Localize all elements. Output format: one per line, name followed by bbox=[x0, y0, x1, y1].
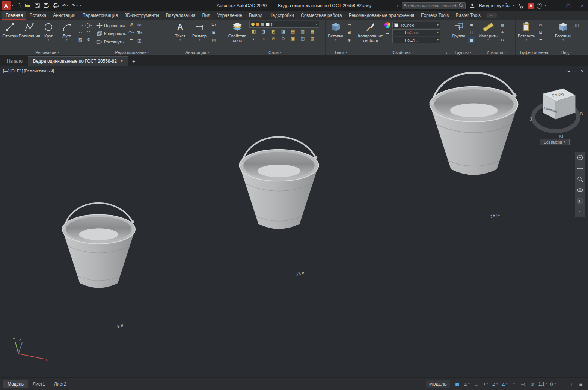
layer-select-combo[interactable]: 0 ▾ bbox=[249, 21, 319, 28]
redo-button[interactable]: ↷ ▾ bbox=[71, 2, 79, 10]
array-tool-icon[interactable]: ⊞▾ bbox=[136, 30, 143, 36]
tab-parametric[interactable]: Параметризация bbox=[79, 11, 121, 20]
layer-lock-icon[interactable] bbox=[261, 22, 264, 26]
customize-plus-icon[interactable]: + bbox=[558, 380, 566, 388]
tab-insert[interactable]: Вставка bbox=[26, 11, 50, 20]
bucket-12l[interactable] bbox=[235, 129, 323, 237]
line-button[interactable]: Отрезок bbox=[2, 21, 19, 49]
showmotion-icon[interactable] bbox=[576, 197, 584, 205]
leader-tool-icon[interactable]: ↳▾ bbox=[210, 22, 217, 28]
group-button[interactable]: Группа bbox=[451, 21, 467, 49]
bucket-9l[interactable] bbox=[59, 196, 139, 295]
polyline-button[interactable]: Полилиния bbox=[20, 21, 39, 49]
save-as-button[interactable] bbox=[42, 2, 51, 10]
viewport-tool-icon[interactable]: ◫ bbox=[573, 22, 580, 28]
panel-label-groups[interactable]: Группы ▾ bbox=[449, 49, 477, 56]
block-attributes-tool-icon[interactable]: ◈ bbox=[345, 37, 353, 43]
named-view-button[interactable]: Без имени ▾ bbox=[540, 139, 570, 145]
measure-button[interactable]: Измерить ▾ bbox=[479, 21, 498, 49]
hatch-tool-icon[interactable]: ▨ bbox=[77, 36, 84, 43]
panel-label-modify[interactable]: Редактирование ▾ bbox=[95, 49, 170, 56]
layer-tool-icon[interactable]: ◩ bbox=[269, 28, 278, 35]
text-button[interactable]: А Текст ▾ bbox=[172, 21, 189, 49]
maximize-button[interactable]: ▢ bbox=[563, 0, 574, 11]
group-edit-tool-icon[interactable]: ◻ bbox=[468, 29, 475, 36]
region-tool-icon[interactable]: ▱ bbox=[77, 29, 84, 36]
bucket-15l[interactable] bbox=[425, 66, 522, 183]
base-view-button[interactable]: Базовый ▾ bbox=[555, 21, 572, 49]
caret-icon[interactable]: ▾ bbox=[67, 4, 68, 7]
viewcube[interactable]: Сверху Спереди З В Ю bbox=[529, 82, 585, 142]
spline-tool-icon[interactable]: ◠ bbox=[85, 29, 92, 36]
cart-icon[interactable] bbox=[517, 2, 525, 10]
panel-label-view[interactable]: Вид ▾ bbox=[553, 49, 580, 56]
dialog-launcher-icon[interactable]: ↘ bbox=[445, 51, 448, 54]
help-caret-icon[interactable]: ▾ bbox=[545, 4, 546, 7]
insert-block-button[interactable]: Вставка ▾ bbox=[327, 21, 344, 49]
appstore-icon[interactable]: A bbox=[528, 3, 534, 9]
viewcube-west-label[interactable]: З bbox=[529, 117, 532, 122]
layer-tool-icon[interactable]: ⊘ bbox=[269, 36, 278, 42]
app-menu-caret-icon[interactable]: ▾ bbox=[12, 4, 13, 7]
rotate-tool-icon[interactable]: ↺ bbox=[127, 22, 135, 28]
navigation-wheel-icon[interactable] bbox=[576, 154, 584, 161]
tab-annotate[interactable]: Аннотации bbox=[50, 11, 79, 20]
layer-tool-icon[interactable]: ◧ bbox=[249, 28, 258, 35]
layer-tool-icon[interactable]: ▥ bbox=[298, 28, 307, 35]
workspace-gear-icon[interactable]: ⚙▾ bbox=[549, 380, 557, 388]
isodraft-icon[interactable]: ⊿▾ bbox=[491, 380, 499, 388]
layer-tool-icon[interactable]: ◪ bbox=[279, 28, 288, 35]
plot-button[interactable] bbox=[52, 2, 60, 10]
close-button[interactable]: × bbox=[577, 0, 588, 11]
tab-output[interactable]: Вывод bbox=[246, 11, 266, 20]
paste-special-tool-icon[interactable]: ≣ bbox=[537, 37, 544, 43]
layer-tool-icon[interactable]: ▨ bbox=[308, 36, 317, 42]
model-viewport[interactable]: [—] [OLE1] [Реалистичный] – ▫ × 9 л. 12 … bbox=[0, 66, 588, 377]
copy-clip-tool-icon[interactable]: ⊡ bbox=[537, 29, 544, 36]
signin-button[interactable]: Вход в службы bbox=[479, 3, 510, 8]
panel-label-clipboard[interactable]: Буфер обмена bbox=[516, 49, 553, 56]
circle-button[interactable]: Круг ▾ bbox=[40, 21, 57, 49]
tab-express-tools[interactable]: Express Tools bbox=[418, 11, 452, 20]
doc-tab-start[interactable]: Начало bbox=[2, 56, 28, 66]
paste-button[interactable]: Вставить ▾ bbox=[517, 21, 536, 49]
layer-tool-icon[interactable]: ◫ bbox=[298, 36, 307, 42]
stretch-button[interactable]: Растянуть bbox=[96, 38, 126, 45]
viewcube-east-label[interactable]: В bbox=[580, 111, 583, 117]
caret-icon[interactable]: ▾ bbox=[316, 23, 317, 26]
transparency-icon[interactable]: ◎ bbox=[519, 380, 527, 388]
offset-tool-icon[interactable]: ◫ bbox=[136, 38, 143, 44]
viewport-minimize-icon[interactable]: – bbox=[568, 69, 570, 74]
layer-tool-icon[interactable]: ◨ bbox=[259, 28, 268, 35]
ortho-icon[interactable]: ∟ bbox=[472, 380, 480, 388]
group-selection-toggle-icon[interactable]: ◼ bbox=[468, 37, 475, 43]
selection-cycling-icon[interactable]: ⊕ bbox=[528, 380, 537, 388]
panel-label-properties[interactable]: Свойства ▾ ↘ bbox=[357, 49, 449, 56]
move-button[interactable]: Перенести bbox=[96, 22, 126, 29]
tab-manage[interactable]: Управление bbox=[214, 11, 246, 20]
viewcube-south-label[interactable]: Ю bbox=[559, 134, 563, 139]
copy-button[interactable]: Копировать bbox=[96, 30, 126, 37]
app-logo[interactable]: A bbox=[2, 1, 11, 10]
object-color-combo[interactable]: ПоСлою ▾ bbox=[392, 22, 440, 28]
viewport-visual-style-control[interactable]: [Реалистичный] bbox=[24, 69, 54, 73]
tab-3d-tools[interactable]: 3D-инструменты bbox=[121, 11, 163, 20]
layout-tab-sheet1[interactable]: Лист1 bbox=[28, 380, 50, 388]
panel-label-layers[interactable]: Слои ▾ bbox=[225, 49, 325, 56]
match-properties-button[interactable]: Копирование свойств bbox=[359, 21, 383, 49]
annotation-scale-button[interactable]: 1:1▾ bbox=[538, 380, 547, 388]
new-file-button[interactable] bbox=[14, 2, 23, 10]
search-icon[interactable] bbox=[458, 3, 464, 8]
undo-button[interactable]: ↶ ▾ bbox=[61, 2, 69, 10]
mirror-tool-icon[interactable]: ⋈ bbox=[136, 22, 143, 28]
rectangle-tool-icon[interactable]: ▭▾ bbox=[77, 22, 84, 28]
tab-collaborate[interactable]: Совместная работа bbox=[297, 11, 345, 20]
layer-on-icon[interactable] bbox=[251, 22, 255, 26]
layer-tool-icon[interactable]: ▣ bbox=[288, 36, 297, 42]
clean-screen-icon[interactable]: ◫ bbox=[567, 380, 576, 388]
layer-tool-icon[interactable]: ◑ bbox=[259, 36, 268, 42]
lineweight-combo[interactable]: ПоСл... ▾ bbox=[392, 37, 440, 44]
snap-icon[interactable]: ⊞▾ bbox=[463, 380, 471, 388]
save-button[interactable] bbox=[33, 2, 41, 10]
viewport-control-menu[interactable]: [—] bbox=[3, 69, 9, 73]
